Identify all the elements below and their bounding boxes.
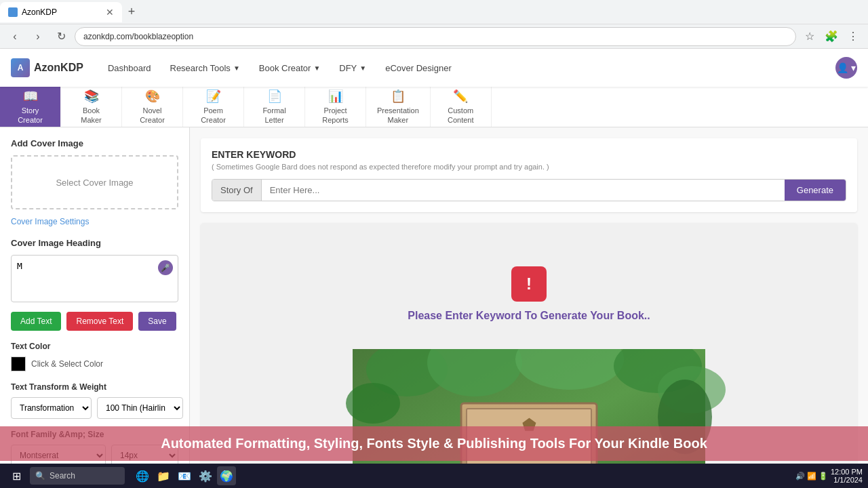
search-label: Search <box>50 471 75 481</box>
novel-creator-label: NovelCreator <box>140 106 165 124</box>
cover-image-settings-link[interactable]: Cover Image Settings <box>11 217 89 226</box>
transformation-select[interactable]: Transformation Uppercase Lowercase Capit… <box>11 397 92 419</box>
taskbar-clock: 12:00 PM1/1/2024 <box>831 468 863 484</box>
new-tab-button[interactable]: + <box>122 3 141 22</box>
taskbar-app-browser[interactable]: 🌍 <box>217 466 236 485</box>
taskbar-apps: 🌐 📁 📧 ⚙️ 🌍 <box>127 466 793 485</box>
cover-image-heading-section: Cover Image Heading M 🎤 Add Text Remove … <box>11 238 178 331</box>
mic-button[interactable]: 🎤 <box>158 260 173 275</box>
address-bar[interactable] <box>75 27 796 46</box>
book-maker-label: BookMaker <box>81 106 102 124</box>
text-color-title: Text Color <box>11 342 178 351</box>
tool-presentation-maker[interactable]: 📋 PresentationMaker <box>366 87 431 127</box>
enter-keyword-subtitle: ( Sometimes Google Bard does not respond… <box>212 163 846 171</box>
nav-dfy[interactable]: DFY ▼ <box>331 59 374 77</box>
warning-text: Please Enter Keyword To Generate Your Bo… <box>408 310 650 322</box>
cover-image-heading-title: Cover Image Heading <box>11 238 178 248</box>
generate-button[interactable]: Generate <box>785 180 846 201</box>
enter-keyword-section: ENTER KEYWORD ( Sometimes Google Bard do… <box>201 138 857 212</box>
tab-favicon <box>8 7 18 17</box>
tool-project-reports[interactable]: 📊 ProjectReports <box>305 87 366 127</box>
taskbar-system-tray: 🔊 📶 🔋 12:00 PM1/1/2024 <box>795 468 863 484</box>
browser-tab[interactable]: AzonKDP ✕ <box>0 2 122 22</box>
keyword-input[interactable] <box>262 180 785 201</box>
poem-creator-icon: 📝 <box>206 89 221 104</box>
browser-controls: ‹ › ↻ ☆ 🧩 ⋮ <box>0 24 868 49</box>
taskbar-app-mail[interactable]: 📧 <box>175 466 194 485</box>
cover-heading-input[interactable]: M <box>11 255 178 302</box>
project-reports-icon: 📊 <box>328 89 343 104</box>
logo-icon: A <box>11 58 30 77</box>
tab-title: AzonKDP <box>22 7 57 17</box>
story-creator-icon: 📖 <box>23 89 38 104</box>
presentation-maker-icon: 📋 <box>391 89 406 104</box>
taskbar-app-settings[interactable]: ⚙️ <box>196 466 215 485</box>
forward-button[interactable]: › <box>28 27 47 46</box>
bookmark-button[interactable]: ☆ <box>800 27 819 46</box>
tool-custom-content[interactable]: ✏️ CustomContent <box>431 87 492 127</box>
back-button[interactable]: ‹ <box>5 27 24 46</box>
promo-banner-text: Automated Formatting, Styling, Fonts Sty… <box>161 436 707 451</box>
novel-creator-icon: 🎨 <box>145 89 160 104</box>
promo-banner: Automated Formatting, Styling, Fonts Sty… <box>0 426 868 461</box>
enter-keyword-title: ENTER KEYWORD <box>212 149 846 160</box>
custom-content-label: CustomContent <box>448 106 474 124</box>
book-creator-arrow: ▼ <box>313 64 320 72</box>
warning-area: ! Please Enter Keyword To Generate Your … <box>408 239 650 349</box>
color-row: Click & Select Color <box>11 357 178 371</box>
select-cover-image-label: Select Cover Image <box>56 178 133 188</box>
taskbar-search[interactable]: 🔍 Search <box>30 467 125 485</box>
reload-button[interactable]: ↻ <box>52 27 71 46</box>
header-right: 👤 ▾ <box>835 57 857 79</box>
cover-image-dropzone[interactable]: Select Cover Image <box>11 155 178 209</box>
tool-poem-creator[interactable]: 📝 PoemCreator <box>183 87 244 127</box>
book-maker-icon: 📚 <box>84 89 99 104</box>
poem-creator-label: PoemCreator <box>201 106 226 124</box>
logo[interactable]: A AzonKDP <box>11 58 83 77</box>
start-button[interactable]: ⊞ <box>5 466 27 485</box>
nav-research-tools[interactable]: Research Tools ▼ <box>162 59 248 77</box>
heading-buttons: Add Text Remove Text Save <box>11 312 178 331</box>
tool-book-maker[interactable]: 📚 BookMaker <box>61 87 122 127</box>
taskbar-app-files[interactable]: 📁 <box>154 466 173 485</box>
extensions-button[interactable]: 🧩 <box>822 27 841 46</box>
dfy-arrow: ▼ <box>359 64 366 72</box>
presentation-maker-label: PresentationMaker <box>377 106 419 124</box>
color-swatch[interactable] <box>11 357 26 371</box>
font-weight-select[interactable]: 100 Thin (Hairlin 200 Extra Light 300 Li… <box>97 397 183 419</box>
nav-book-creator[interactable]: Book Creator ▼ <box>251 59 329 77</box>
tool-story-creator[interactable]: 📖 StoryCreator <box>0 87 61 127</box>
tool-novel-creator[interactable]: 🎨 NovelCreator <box>122 87 183 127</box>
keyword-input-row: Story Of Generate <box>212 179 846 201</box>
save-button[interactable]: Save <box>138 312 176 331</box>
nav-dashboard[interactable]: Dashboard <box>100 59 159 77</box>
text-transform-section: Text Transform & Weight Transformation U… <box>11 382 178 419</box>
tab-close-button[interactable]: ✕ <box>106 7 114 18</box>
app-header: A AzonKDP Dashboard Research Tools ▼ Boo… <box>0 49 868 87</box>
text-color-section: Text Color Click & Select Color <box>11 342 178 371</box>
more-button[interactable]: ⋮ <box>844 27 863 46</box>
nav-ecover-designer[interactable]: eCover Designer <box>377 59 460 77</box>
add-text-button[interactable]: Add Text <box>11 312 61 331</box>
warning-icon: ! <box>511 266 547 302</box>
remove-text-button[interactable]: Remove Text <box>66 312 133 331</box>
story-creator-label: StoryCreator <box>18 106 43 124</box>
formal-letter-label: FormalLetter <box>262 106 285 124</box>
icon-toolbar: 📖 StoryCreator 📚 BookMaker 🎨 NovelCreato… <box>0 87 868 127</box>
taskbar-app-chrome[interactable]: 🌐 <box>133 466 152 485</box>
add-cover-image-section: Add Cover Image Select Cover Image Cover… <box>11 138 178 227</box>
svg-point-6 <box>346 383 400 424</box>
text-transform-title: Text Transform & Weight <box>11 382 178 392</box>
project-reports-label: ProjectReports <box>322 106 349 124</box>
add-cover-image-title: Add Cover Image <box>11 138 178 148</box>
taskbar: ⊞ 🔍 Search 🌐 📁 📧 ⚙️ 🌍 🔊 📶 🔋 12:00 PM1/1/… <box>0 464 868 488</box>
nav-menu: Dashboard Research Tools ▼ Book Creator … <box>100 59 835 77</box>
tool-formal-letter[interactable]: 📄 FormalLetter <box>244 87 305 127</box>
formal-letter-icon: 📄 <box>267 89 282 104</box>
tray-icons: 🔊 📶 🔋 <box>795 472 828 481</box>
keyword-prefix: Story Of <box>212 180 262 201</box>
color-select-label[interactable]: Click & Select Color <box>31 359 103 369</box>
user-button[interactable]: 👤 ▾ <box>835 57 857 79</box>
logo-text: AzonKDP <box>34 62 83 74</box>
search-icon: 🔍 <box>35 471 45 481</box>
